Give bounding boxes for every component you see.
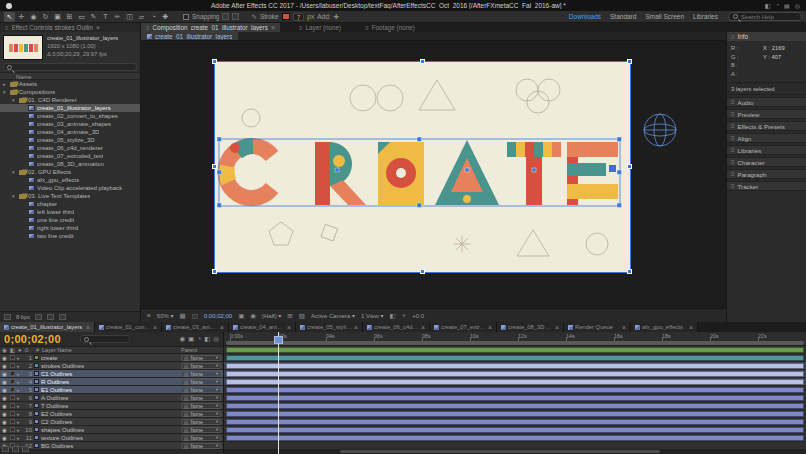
letter-a[interactable] [435,140,499,205]
snapshot-icon[interactable]: ▣ [238,312,244,320]
list-view-icon[interactable] [4,314,11,320]
composition-mini-flowchart-icon[interactable]: ◉ [179,335,185,343]
scrollbar-thumb[interactable] [340,450,660,453]
view-layout-dropdown[interactable]: 1 View ▾ [361,312,384,319]
layer-row[interactable]: ◉▸8E2 Outlines◎None▾ [0,410,223,418]
timeline-tab[interactable]: create_01_illustrator_layers× [0,322,95,332]
roto-brush-tool[interactable]: ◔ [148,12,159,22]
close-icon[interactable]: × [96,24,100,31]
timeline-tab[interactable]: create_07_extruded_text× [430,322,497,332]
snap-to-features-icon[interactable] [232,13,239,20]
draft-3d-icon[interactable]: ▣ [188,335,194,343]
audio-toggle[interactable] [10,403,15,408]
info-panel-header[interactable]: ≡ Info [727,32,806,41]
project-item-row[interactable]: afx_gpu_effects [0,176,140,184]
audio-toggle[interactable] [10,379,15,384]
twirl-icon[interactable]: ▸ [17,403,22,409]
anchor-point-handle[interactable] [465,168,469,172]
type-tool[interactable]: T [100,12,111,22]
close-icon[interactable]: × [271,24,275,31]
panel-grip-icon[interactable]: ≡ [731,171,735,177]
pickwhip-icon[interactable]: ◎ [184,427,188,433]
close-icon[interactable]: × [421,324,425,331]
panel-grip-icon[interactable]: ≡ [731,135,735,141]
project-item-row[interactable]: right lower third [0,224,140,232]
layer-duration-bar[interactable] [226,355,804,361]
panel-grip-icon[interactable]: ≡ [731,123,735,129]
twirl-icon[interactable]: ▾ [12,169,17,175]
visibility-toggle[interactable]: ◉ [2,395,8,401]
magnification-dropdown[interactable]: 50% ▾ [157,312,174,319]
layer-duration-bar[interactable] [226,419,804,425]
project-folder-row[interactable]: ▾02. GPU Effects [0,168,140,176]
region-of-interest-icon[interactable]: ⊞ [287,312,292,320]
visibility-toggle[interactable]: ◉ [2,435,8,441]
layer-row[interactable]: ◉▸3C1 Outlines◎None▾ [0,370,223,378]
close-icon[interactable]: × [287,324,291,331]
hand-tool[interactable]: ✛ [16,12,27,22]
project-item-row[interactable]: one line credit [0,216,140,224]
comp-selection-handle[interactable] [212,164,217,169]
twirl-icon[interactable]: ▸ [17,411,22,417]
layer-row[interactable]: ◉▸10shapes Outlines◎None▾ [0,426,223,434]
letter-e1[interactable] [378,142,424,205]
help-search-input[interactable] [741,14,799,20]
audio-toggle[interactable] [10,419,15,424]
layer-color-chip[interactable] [34,355,39,360]
timeline-tab[interactable]: create_08_3D_animation× [497,322,564,332]
selection-handle[interactable] [417,137,422,142]
visibility-toggle[interactable]: ◉ [2,371,8,377]
parent-dropdown[interactable]: ◎None▾ [181,363,221,369]
audio-toggle[interactable] [10,427,15,432]
workspace-downloads[interactable]: Downloads [569,13,601,20]
timeline-tab[interactable]: create_04_animate_3D× [229,322,296,332]
tab-composition[interactable]: ≡ Composition create_01_illustrator_laye… [141,23,280,32]
project-item-row[interactable]: create_04_animate_3D [0,128,140,136]
panel-grip-icon[interactable]: ≡ [731,111,735,117]
timeline-tab[interactable]: create_03_animate_shapes× [162,322,229,332]
pickwhip-icon[interactable]: ◎ [184,379,188,385]
panel-menu-icon[interactable]: ≡ [147,312,151,319]
fast-preview-icon[interactable]: ⚡︎ [402,312,407,320]
project-item-row[interactable]: create_06_c4d_renderer [0,144,140,152]
timeline-tab[interactable]: create_02_convert_to_shapes× [95,322,162,332]
audio-toggle[interactable] [10,363,15,368]
parent-dropdown[interactable]: ◎None▾ [181,395,221,401]
pickwhip-icon[interactable]: ◎ [184,443,188,449]
layer-row[interactable]: ◉▸2strokes Outlines◎None▾ [0,362,223,370]
twirl-icon[interactable]: ▸ [17,419,22,425]
wireframe-sphere-overlay[interactable] [638,108,682,152]
pickwhip-icon[interactable]: ◎ [184,411,188,417]
layer-duration-bar[interactable] [226,347,804,353]
pen-tool[interactable]: ✎ [88,12,99,22]
timeline-tab[interactable]: create_06_c4d_renderer× [363,322,430,332]
layer-duration-bar[interactable] [226,379,804,385]
layer-color-chip[interactable] [34,387,39,392]
parent-dropdown[interactable]: ◎None▾ [181,443,221,449]
parent-dropdown[interactable]: ◎None▾ [181,427,221,433]
tab-effect-controls[interactable]: ≡ Effect Controls strokes Outlin × [0,23,141,32]
letter-c[interactable] [226,143,272,198]
timeline-horizontal-scrollbar[interactable] [224,449,806,454]
expand-layer-switches-icon[interactable] [2,446,9,452]
panel-grip-icon[interactable]: ≡ [731,159,735,165]
comp-selection-handle[interactable] [420,269,425,274]
channel-icon[interactable]: ◉ [250,312,256,320]
timeline-search-input[interactable] [91,336,127,342]
stroke-width-value[interactable]: 7 [293,13,305,21]
layer-color-chip[interactable] [34,379,39,384]
pickwhip-icon[interactable]: ◎ [184,435,188,441]
close-icon[interactable]: × [354,324,358,331]
comp-selection-handle[interactable] [627,164,632,169]
current-time-indicator-handle[interactable] [274,336,283,344]
layer-row[interactable]: ◉▸11texture Outlines◎None▾ [0,434,223,442]
selection-handle[interactable] [617,170,622,175]
layer-duration-bar[interactable] [226,403,804,409]
eraser-tool[interactable]: ▱ [136,12,147,22]
layer-row[interactable]: ◉▸5E1 Outlines◎None▾ [0,386,223,394]
layer-row[interactable]: ◉▸9C2 Outlines◎None▾ [0,418,223,426]
panel-header-character[interactable]: ≡Character [727,157,806,167]
comp-selection-handle[interactable] [420,59,425,64]
puppet-pin-tool[interactable]: ✚ [160,12,171,22]
twirl-icon[interactable]: ▸ [17,427,22,433]
